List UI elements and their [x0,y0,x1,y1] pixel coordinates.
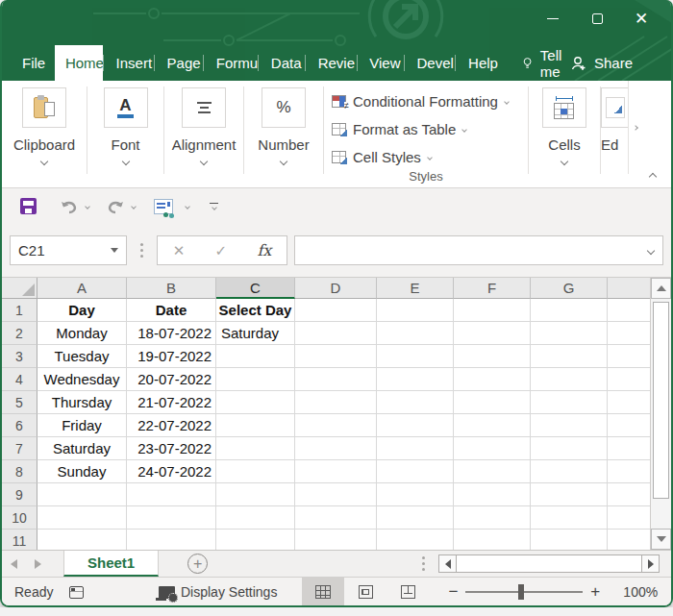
cancel-button[interactable]: ✕ [173,242,186,259]
touch-mouse-mode-dropdown[interactable] [185,193,194,220]
row-header-10[interactable]: 10 [2,506,37,530]
row-header-1[interactable]: 1 [2,299,37,322]
ribbon-scroll-strip[interactable] [628,81,642,174]
cell-B5[interactable]: 21-07-2022 [127,391,216,414]
cell-D4[interactable] [295,368,377,391]
cell-E9[interactable] [377,483,454,506]
row-header-4[interactable]: 4 [2,368,37,391]
scroll-up-button[interactable] [651,278,671,299]
separator-dots[interactable] [422,556,425,571]
cell-A10[interactable] [37,506,127,530]
cell-F7[interactable] [454,437,531,460]
cell-A3[interactable]: Tuesday [37,345,127,368]
cell-D3[interactable] [295,345,377,368]
cell-E4[interactable] [377,368,454,391]
cell-F8[interactable] [454,460,531,483]
cell-B6[interactable]: 22-07-2022 [127,414,216,437]
column-header-f[interactable]: F [454,278,531,299]
cell-C7[interactable] [216,437,295,460]
row-header-3[interactable]: 3 [2,345,37,368]
ribbon-tab-file[interactable]: File [2,45,55,81]
clipboard-group-button[interactable]: Clipboard [2,81,87,187]
ribbon-tab-formu[interactable]: Formu [204,45,258,81]
row-header-11[interactable]: 11 [2,530,37,550]
display-settings-button[interactable]: Display Settings [159,584,277,600]
cell-E10[interactable] [377,506,454,530]
cell-partial-3[interactable] [608,345,650,368]
row-header-7[interactable]: 7 [2,437,37,460]
page-break-preview-button[interactable] [386,578,429,606]
column-header-partial[interactable] [608,278,650,299]
cell-B2[interactable]: 18-07-2022 [127,322,216,345]
separator-dots[interactable] [140,243,143,258]
formula-bar[interactable] [294,235,663,265]
cell-B11[interactable] [127,530,216,550]
scroll-right-button[interactable] [641,554,660,573]
cell-A8[interactable]: Sunday [37,460,127,483]
cell-D2[interactable] [295,322,377,345]
close-button[interactable]: ✕ [619,4,663,33]
ribbon-tab-help[interactable]: Help [456,45,502,81]
cell-partial-11[interactable] [608,530,650,550]
cell-styles-button[interactable]: Cell Styles [332,143,432,171]
redo-button[interactable] [100,193,131,220]
cell-partial-1[interactable] [608,299,650,322]
cell-partial-9[interactable] [608,483,650,506]
cell-C5[interactable] [216,391,295,414]
format-as-table-button[interactable]: Format as Table [332,115,466,143]
ribbon-tab-data[interactable]: Data [259,45,305,81]
cell-F10[interactable] [454,506,531,530]
cell-D5[interactable] [295,391,377,414]
cell-B4[interactable]: 20-07-2022 [127,368,216,391]
zoom-slider[interactable] [465,591,583,593]
customize-qat-button[interactable] [204,193,224,220]
zoom-slider-thumb[interactable] [518,584,524,600]
cell-D10[interactable] [295,506,377,530]
cell-A5[interactable]: Thursday [37,391,127,414]
sheet-tab-sheet1[interactable]: Sheet1 [63,551,159,577]
cell-A4[interactable]: Wednesday [37,368,127,391]
cell-G2[interactable] [531,322,608,345]
cell-G5[interactable] [531,391,608,414]
cell-C1[interactable]: Select Day [216,299,295,322]
cell-B9[interactable] [127,483,216,506]
name-box[interactable]: C21 [10,235,127,265]
macro-record-icon[interactable] [69,586,84,599]
cell-D11[interactable] [295,530,377,550]
zoom-level[interactable]: 100% [615,584,665,600]
cell-A7[interactable]: Saturday [37,437,127,460]
cell-E5[interactable] [377,391,454,414]
vertical-scrollbar[interactable] [650,278,671,550]
maximize-button[interactable] [575,4,619,33]
column-header-c[interactable]: C [216,278,295,299]
row-header-6[interactable]: 6 [2,414,37,437]
normal-view-button[interactable] [302,578,344,606]
cell-F5[interactable] [454,391,531,414]
ribbon-tab-insert[interactable]: Insert [104,45,154,81]
row-header-9[interactable]: 9 [2,483,37,506]
next-sheet-button[interactable] [26,551,50,577]
row-header-5[interactable]: 5 [2,391,37,414]
cell-G3[interactable] [531,345,608,368]
cell-F1[interactable] [454,299,531,322]
cell-C6[interactable] [216,414,295,437]
redo-dropdown[interactable] [131,193,140,220]
cell-G8[interactable] [531,460,608,483]
conditional-formatting-button[interactable]: ≠ Conditional Formatting [332,87,509,115]
ribbon-tab-revie[interactable]: Revie [306,45,357,81]
alignment-group-button[interactable]: Alignment [164,81,243,187]
row-header-2[interactable]: 2 [2,322,37,345]
cell-partial-10[interactable] [608,506,650,530]
cell-D7[interactable] [295,437,377,460]
cell-D1[interactable] [295,299,377,322]
cell-G7[interactable] [531,437,608,460]
cell-C8[interactable] [216,460,295,483]
cell-A9[interactable] [37,483,127,506]
cell-E3[interactable] [377,345,454,368]
cell-C11[interactable] [216,530,295,550]
cell-C9[interactable] [216,483,295,506]
editing-group-button[interactable]: Ed [601,81,628,187]
cell-F11[interactable] [454,530,531,550]
cell-B10[interactable] [127,506,216,530]
row-header-8[interactable]: 8 [2,460,37,483]
